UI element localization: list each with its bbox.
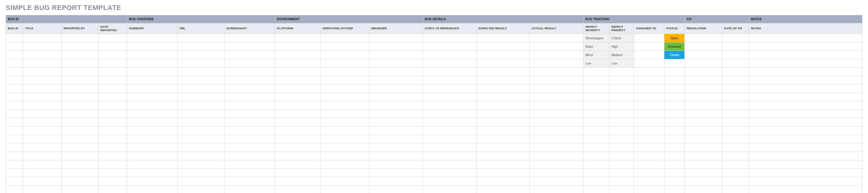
cell-reported-by[interactable] xyxy=(61,110,98,118)
cell-date-of-fix[interactable] xyxy=(722,68,749,76)
cell-status[interactable] xyxy=(664,143,685,152)
cell-summary[interactable] xyxy=(127,59,177,68)
cell-defect-priority[interactable] xyxy=(610,186,634,193)
cell-screenshot[interactable] xyxy=(224,160,275,169)
cell-reported-by[interactable] xyxy=(61,118,98,127)
cell-title[interactable] xyxy=(23,51,61,59)
cell-steps-to-reproduce[interactable] xyxy=(423,127,476,135)
cell-bug-id[interactable] xyxy=(6,177,23,186)
cell-actual-result[interactable] xyxy=(530,127,583,135)
cell-date-reported[interactable] xyxy=(98,101,127,110)
cell-summary[interactable] xyxy=(127,93,177,101)
cell-summary[interactable] xyxy=(127,127,177,135)
cell-steps-to-reproduce[interactable] xyxy=(423,101,476,110)
cell-assigned-to[interactable] xyxy=(634,68,664,76)
cell-date-reported[interactable] xyxy=(98,110,127,118)
cell-title[interactable] xyxy=(23,34,61,42)
cell-title[interactable] xyxy=(23,186,61,193)
cell-browser[interactable] xyxy=(369,160,423,169)
cell-steps-to-reproduce[interactable] xyxy=(423,42,476,51)
cell-defect-priority[interactable]: Low xyxy=(610,59,634,68)
cell-defect-severity[interactable] xyxy=(583,186,610,193)
cell-platform[interactable] xyxy=(275,169,320,177)
cell-defect-severity[interactable] xyxy=(583,93,610,101)
cell-reported-by[interactable] xyxy=(61,101,98,110)
cell-status[interactable] xyxy=(664,152,685,160)
cell-date-of-fix[interactable] xyxy=(722,76,749,85)
cell-summary[interactable] xyxy=(127,135,177,143)
cell-browser[interactable] xyxy=(369,110,423,118)
cell-defect-severity[interactable] xyxy=(583,127,610,135)
cell-browser[interactable] xyxy=(369,51,423,59)
cell-defect-severity[interactable] xyxy=(583,169,610,177)
cell-notes[interactable] xyxy=(749,59,862,68)
cell-actual-result[interactable] xyxy=(530,51,583,59)
cell-assigned-to[interactable] xyxy=(634,152,664,160)
cell-expected-result[interactable] xyxy=(476,186,529,193)
cell-date-of-fix[interactable] xyxy=(722,143,749,152)
cell-reported-by[interactable] xyxy=(61,76,98,85)
cell-actual-result[interactable] xyxy=(530,76,583,85)
cell-operating-system[interactable] xyxy=(320,160,369,169)
cell-url[interactable] xyxy=(177,59,224,68)
cell-bug-id[interactable] xyxy=(6,169,23,177)
cell-notes[interactable] xyxy=(749,51,862,59)
cell-assigned-to[interactable] xyxy=(634,85,664,93)
cell-assigned-to[interactable] xyxy=(634,101,664,110)
cell-defect-severity[interactable] xyxy=(583,85,610,93)
cell-defect-severity[interactable]: Minor xyxy=(583,51,610,59)
cell-assigned-to[interactable] xyxy=(634,110,664,118)
cell-url[interactable] xyxy=(177,143,224,152)
cell-screenshot[interactable] xyxy=(224,135,275,143)
cell-resolution[interactable] xyxy=(685,34,722,42)
cell-expected-result[interactable] xyxy=(476,76,529,85)
cell-platform[interactable] xyxy=(275,42,320,51)
cell-summary[interactable] xyxy=(127,152,177,160)
cell-status[interactable] xyxy=(664,177,685,186)
cell-title[interactable] xyxy=(23,160,61,169)
cell-notes[interactable] xyxy=(749,101,862,110)
cell-resolution[interactable] xyxy=(685,127,722,135)
cell-operating-system[interactable] xyxy=(320,135,369,143)
cell-bug-id[interactable] xyxy=(6,68,23,76)
cell-defect-severity[interactable] xyxy=(583,76,610,85)
cell-notes[interactable] xyxy=(749,143,862,152)
cell-operating-system[interactable] xyxy=(320,68,369,76)
cell-reported-by[interactable] xyxy=(61,143,98,152)
cell-status[interactable]: Closed xyxy=(664,51,685,59)
cell-browser[interactable] xyxy=(369,59,423,68)
cell-actual-result[interactable] xyxy=(530,160,583,169)
cell-assigned-to[interactable] xyxy=(634,186,664,193)
cell-summary[interactable] xyxy=(127,101,177,110)
cell-screenshot[interactable] xyxy=(224,68,275,76)
cell-date-of-fix[interactable] xyxy=(722,169,749,177)
cell-date-of-fix[interactable] xyxy=(722,135,749,143)
cell-screenshot[interactable] xyxy=(224,51,275,59)
cell-expected-result[interactable] xyxy=(476,93,529,101)
cell-resolution[interactable] xyxy=(685,110,722,118)
cell-expected-result[interactable] xyxy=(476,127,529,135)
cell-bug-id[interactable] xyxy=(6,51,23,59)
cell-summary[interactable] xyxy=(127,34,177,42)
cell-platform[interactable] xyxy=(275,51,320,59)
cell-defect-priority[interactable] xyxy=(610,93,634,101)
cell-status[interactable] xyxy=(664,85,685,93)
cell-platform[interactable] xyxy=(275,101,320,110)
cell-date-of-fix[interactable] xyxy=(722,160,749,169)
cell-summary[interactable] xyxy=(127,85,177,93)
cell-browser[interactable] xyxy=(369,34,423,42)
cell-notes[interactable] xyxy=(749,135,862,143)
cell-defect-severity[interactable] xyxy=(583,143,610,152)
cell-title[interactable] xyxy=(23,135,61,143)
cell-operating-system[interactable] xyxy=(320,34,369,42)
cell-resolution[interactable] xyxy=(685,76,722,85)
cell-browser[interactable] xyxy=(369,85,423,93)
cell-expected-result[interactable] xyxy=(476,169,529,177)
cell-defect-priority[interactable] xyxy=(610,177,634,186)
cell-date-reported[interactable] xyxy=(98,68,127,76)
cell-status[interactable] xyxy=(664,76,685,85)
cell-operating-system[interactable] xyxy=(320,143,369,152)
cell-notes[interactable] xyxy=(749,186,862,193)
cell-operating-system[interactable] xyxy=(320,85,369,93)
cell-defect-priority[interactable] xyxy=(610,169,634,177)
